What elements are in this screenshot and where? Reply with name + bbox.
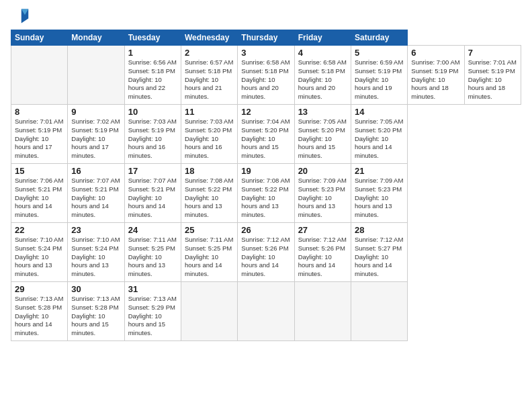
day-number: 21: [355, 166, 404, 176]
day-number: 14: [355, 107, 404, 117]
day-info: Sunrise: 7:02 AMSunset: 5:19 PMDaylight:…: [71, 118, 120, 161]
day-info: Sunrise: 7:10 AMSunset: 5:24 PMDaylight:…: [71, 236, 120, 279]
day-info: Sunrise: 7:13 AMSunset: 5:29 PMDaylight:…: [128, 295, 177, 338]
calendar-cell: 2Sunrise: 6:57 AMSunset: 5:18 PMDaylight…: [181, 46, 237, 105]
day-info: Sunrise: 7:04 AMSunset: 5:20 PMDaylight:…: [241, 118, 290, 161]
day-number: 5: [355, 48, 404, 58]
calendar-cell: 1Sunrise: 6:56 AMSunset: 5:18 PMDaylight…: [124, 46, 181, 105]
calendar-cell: 23Sunrise: 7:10 AMSunset: 5:24 PMDayligh…: [68, 223, 124, 282]
day-info: Sunrise: 7:03 AMSunset: 5:20 PMDaylight:…: [185, 118, 234, 161]
calendar-week: 22Sunrise: 7:10 AMSunset: 5:24 PMDayligh…: [11, 223, 521, 282]
day-info: Sunrise: 7:09 AMSunset: 5:23 PMDaylight:…: [355, 177, 404, 220]
day-number: 15: [15, 166, 64, 176]
day-number: 29: [15, 284, 64, 294]
page: SundayMondayTuesdayWednesdayThursdayFrid…: [0, 0, 532, 411]
calendar-week: 8Sunrise: 7:01 AMSunset: 5:19 PMDaylight…: [11, 105, 521, 164]
calendar-cell: 30Sunrise: 7:13 AMSunset: 5:28 PMDayligh…: [68, 282, 124, 341]
calendar-cell: 28Sunrise: 7:12 AMSunset: 5:27 PMDayligh…: [351, 223, 407, 282]
calendar-cell: [294, 282, 351, 341]
calendar-cell: 11Sunrise: 7:03 AMSunset: 5:20 PMDayligh…: [181, 105, 237, 164]
calendar-table: SundayMondayTuesdayWednesdayThursdayFrid…: [11, 30, 521, 341]
calendar-cell: 4Sunrise: 6:58 AMSunset: 5:18 PMDaylight…: [294, 46, 351, 105]
day-info: Sunrise: 6:59 AMSunset: 5:19 PMDaylight:…: [355, 58, 404, 101]
weekday-header: Saturday: [351, 30, 407, 46]
weekday-header: Wednesday: [181, 30, 237, 46]
calendar-cell: 13Sunrise: 7:05 AMSunset: 5:20 PMDayligh…: [294, 105, 351, 164]
day-info: Sunrise: 7:01 AMSunset: 5:19 PMDaylight:…: [468, 58, 517, 101]
calendar-cell: 19Sunrise: 7:08 AMSunset: 5:22 PMDayligh…: [238, 164, 294, 223]
calendar-cell: 5Sunrise: 6:59 AMSunset: 5:19 PMDaylight…: [351, 46, 407, 105]
calendar-cell: 17Sunrise: 7:07 AMSunset: 5:21 PMDayligh…: [124, 164, 181, 223]
day-number: 31: [128, 284, 177, 294]
day-number: 6: [411, 48, 460, 58]
day-info: Sunrise: 7:06 AMSunset: 5:21 PMDaylight:…: [15, 177, 64, 220]
header-row: SundayMondayTuesdayWednesdayThursdayFrid…: [11, 30, 521, 46]
calendar-cell: 6Sunrise: 7:00 AMSunset: 5:19 PMDaylight…: [408, 46, 464, 105]
day-number: 25: [185, 225, 234, 235]
logo-icon: [11, 7, 30, 26]
calendar-cell: 21Sunrise: 7:09 AMSunset: 5:23 PMDayligh…: [351, 164, 407, 223]
calendar-cell: 7Sunrise: 7:01 AMSunset: 5:19 PMDaylight…: [464, 46, 521, 105]
calendar-week: 1Sunrise: 6:56 AMSunset: 5:18 PMDaylight…: [11, 46, 521, 105]
calendar-cell: 31Sunrise: 7:13 AMSunset: 5:29 PMDayligh…: [124, 282, 181, 341]
header: [11, 7, 521, 26]
day-info: Sunrise: 7:08 AMSunset: 5:22 PMDaylight:…: [185, 177, 234, 220]
day-number: 8: [15, 107, 64, 117]
calendar-cell: [68, 46, 124, 105]
day-number: 24: [128, 225, 177, 235]
day-number: 9: [71, 107, 120, 117]
calendar-cell: 24Sunrise: 7:11 AMSunset: 5:25 PMDayligh…: [124, 223, 181, 282]
calendar-cell: 10Sunrise: 7:03 AMSunset: 5:19 PMDayligh…: [124, 105, 181, 164]
calendar-cell: 8Sunrise: 7:01 AMSunset: 5:19 PMDaylight…: [11, 105, 68, 164]
weekday-header: Thursday: [238, 30, 294, 46]
day-info: Sunrise: 6:57 AMSunset: 5:18 PMDaylight:…: [185, 58, 234, 101]
day-info: Sunrise: 7:08 AMSunset: 5:22 PMDaylight:…: [241, 177, 290, 220]
calendar-cell: 25Sunrise: 7:11 AMSunset: 5:25 PMDayligh…: [181, 223, 237, 282]
day-number: 12: [241, 107, 290, 117]
calendar-week: 29Sunrise: 7:13 AMSunset: 5:28 PMDayligh…: [11, 282, 521, 341]
weekday-header: Monday: [68, 30, 124, 46]
day-info: Sunrise: 7:12 AMSunset: 5:26 PMDaylight:…: [298, 236, 347, 279]
day-number: 30: [71, 284, 120, 294]
day-info: Sunrise: 7:00 AMSunset: 5:19 PMDaylight:…: [411, 58, 460, 101]
day-number: 7: [468, 48, 517, 58]
calendar-cell: [11, 46, 68, 105]
weekday-header: Sunday: [11, 30, 68, 46]
day-number: 27: [298, 225, 347, 235]
day-number: 16: [71, 166, 120, 176]
day-info: Sunrise: 7:05 AMSunset: 5:20 PMDaylight:…: [355, 118, 404, 161]
day-number: 11: [185, 107, 234, 117]
calendar-cell: 16Sunrise: 7:07 AMSunset: 5:21 PMDayligh…: [68, 164, 124, 223]
calendar-cell: 15Sunrise: 7:06 AMSunset: 5:21 PMDayligh…: [11, 164, 68, 223]
day-number: 28: [355, 225, 404, 235]
calendar-cell: 22Sunrise: 7:10 AMSunset: 5:24 PMDayligh…: [11, 223, 68, 282]
day-number: 18: [185, 166, 234, 176]
day-number: 4: [298, 48, 347, 58]
day-info: Sunrise: 7:13 AMSunset: 5:28 PMDaylight:…: [15, 295, 64, 338]
day-number: 26: [241, 225, 290, 235]
day-number: 19: [241, 166, 290, 176]
day-info: Sunrise: 6:56 AMSunset: 5:18 PMDaylight:…: [128, 58, 177, 101]
day-number: 17: [128, 166, 177, 176]
day-info: Sunrise: 7:10 AMSunset: 5:24 PMDaylight:…: [15, 236, 64, 279]
day-number: 10: [128, 107, 177, 117]
calendar-week: 15Sunrise: 7:06 AMSunset: 5:21 PMDayligh…: [11, 164, 521, 223]
calendar-cell: 18Sunrise: 7:08 AMSunset: 5:22 PMDayligh…: [181, 164, 237, 223]
day-info: Sunrise: 7:12 AMSunset: 5:26 PMDaylight:…: [241, 236, 290, 279]
calendar-cell: 14Sunrise: 7:05 AMSunset: 5:20 PMDayligh…: [351, 105, 407, 164]
day-number: 22: [15, 225, 64, 235]
day-info: Sunrise: 7:12 AMSunset: 5:27 PMDaylight:…: [355, 236, 404, 279]
day-info: Sunrise: 7:07 AMSunset: 5:21 PMDaylight:…: [128, 177, 177, 220]
weekday-header: Friday: [294, 30, 351, 46]
calendar-cell: 26Sunrise: 7:12 AMSunset: 5:26 PMDayligh…: [238, 223, 294, 282]
calendar-cell: 29Sunrise: 7:13 AMSunset: 5:28 PMDayligh…: [11, 282, 68, 341]
day-number: 13: [298, 107, 347, 117]
day-info: Sunrise: 6:58 AMSunset: 5:18 PMDaylight:…: [298, 58, 347, 101]
calendar-cell: 20Sunrise: 7:09 AMSunset: 5:23 PMDayligh…: [294, 164, 351, 223]
day-number: 1: [128, 48, 177, 58]
calendar-cell: 3Sunrise: 6:58 AMSunset: 5:18 PMDaylight…: [238, 46, 294, 105]
day-info: Sunrise: 7:13 AMSunset: 5:28 PMDaylight:…: [71, 295, 120, 338]
day-number: 3: [241, 48, 290, 58]
calendar-cell: 12Sunrise: 7:04 AMSunset: 5:20 PMDayligh…: [238, 105, 294, 164]
day-info: Sunrise: 7:05 AMSunset: 5:20 PMDaylight:…: [298, 118, 347, 161]
